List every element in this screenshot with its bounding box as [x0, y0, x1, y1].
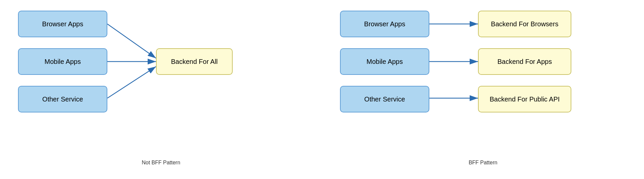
- diagram-not-bff: Browser Apps Mobile Apps Other Service B…: [0, 0, 322, 179]
- browser-apps-box-2: Browser Apps: [340, 11, 429, 37]
- svg-line-1: [107, 24, 156, 58]
- svg-line-3: [107, 67, 156, 98]
- mobile-apps-box-1: Mobile Apps: [18, 48, 107, 75]
- diagram2-caption: BFF Pattern: [469, 160, 497, 166]
- other-service-box-1: Other Service: [18, 86, 107, 112]
- backend-apps-box: Backend For Apps: [478, 48, 571, 75]
- backend-api-box: Backend For Public API: [478, 86, 571, 112]
- mobile-apps-box-2: Mobile Apps: [340, 48, 429, 75]
- browser-apps-box-1: Browser Apps: [18, 11, 107, 37]
- diagram-bff: Browser Apps Mobile Apps Other Service B…: [322, 0, 644, 179]
- other-service-box-2: Other Service: [340, 86, 429, 112]
- backend-for-all-box: Backend For All: [156, 48, 233, 75]
- diagram1-caption: Not BFF Pattern: [142, 160, 180, 166]
- backend-browsers-box: Backend For Browsers: [478, 11, 571, 37]
